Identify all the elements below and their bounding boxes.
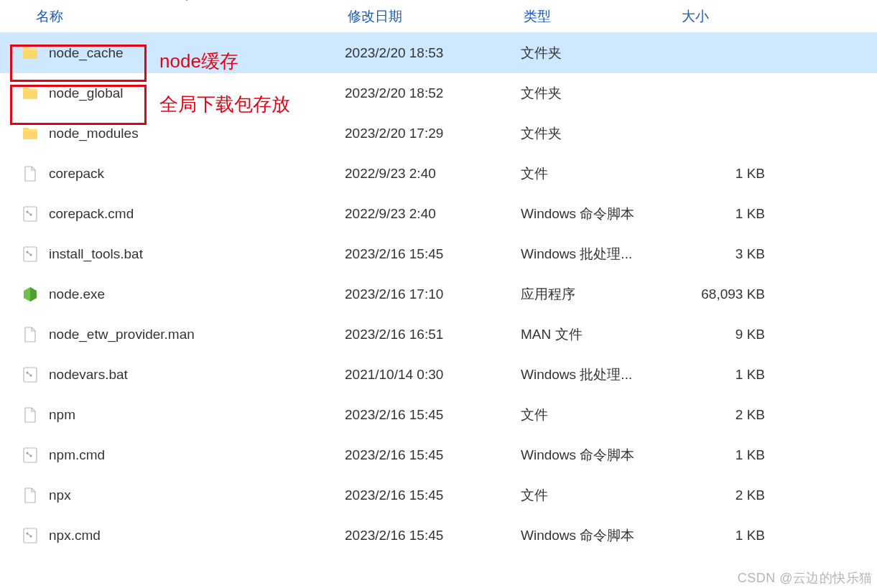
file-size: 3 KB: [679, 246, 778, 262]
name-cell: npx: [0, 487, 345, 504]
folder-icon: [22, 45, 39, 62]
file-type: 应用程序: [521, 285, 679, 304]
file-type: Windows 命令脚本: [521, 526, 679, 545]
script-icon: [22, 447, 39, 464]
name-cell: node_cache: [0, 45, 345, 62]
file-row[interactable]: npx2023/2/16 15:45文件2 KB: [0, 475, 877, 515]
svg-point-4: [26, 251, 28, 253]
node-icon: [22, 286, 39, 303]
file-row[interactable]: node.exe2023/2/16 17:10应用程序68,093 KB: [0, 274, 877, 314]
file-type: 文件夹: [521, 44, 679, 62]
file-size: 2 KB: [679, 407, 778, 423]
file-date: 2023/2/16 17:10: [345, 286, 521, 302]
file-date: 2022/9/23 2:40: [345, 166, 521, 182]
file-row[interactable]: node_cache2023/2/20 18:53文件夹: [0, 33, 877, 73]
file-row[interactable]: install_tools.bat2023/2/16 15:45Windows …: [0, 234, 877, 274]
file-size: 9 KB: [679, 327, 778, 342]
column-header-size[interactable]: 大小: [679, 7, 778, 26]
file-size: 1 KB: [679, 206, 778, 222]
file-icon: [22, 326, 39, 343]
folder-icon: [22, 125, 39, 142]
name-cell: corepack.cmd: [0, 205, 345, 223]
file-type: Windows 命令脚本: [521, 205, 679, 223]
file-type: 文件: [521, 406, 679, 424]
file-row[interactable]: node_global2023/2/20 18:52文件夹: [0, 73, 877, 113]
file-row[interactable]: corepack.cmd2022/9/23 2:40Windows 命令脚本1 …: [0, 194, 877, 234]
file-type: Windows 批处理...: [521, 245, 679, 263]
file-date: 2023/2/20 18:53: [345, 45, 521, 61]
name-cell: npm.cmd: [0, 447, 345, 464]
svg-point-14: [29, 535, 32, 537]
file-type: MAN 文件: [521, 325, 679, 344]
folder-icon: [22, 85, 39, 102]
file-icon: [22, 165, 39, 182]
file-size: 1 KB: [679, 447, 778, 463]
file-row[interactable]: npx.cmd2023/2/16 15:45Windows 命令脚本1 KB: [0, 515, 877, 556]
file-date: 2023/2/16 15:45: [345, 447, 521, 463]
file-name: npx: [49, 487, 71, 503]
file-icon: [22, 406, 39, 424]
node-icon: [22, 286, 39, 303]
name-cell: node.exe: [0, 286, 345, 303]
file-name: node_global: [49, 85, 124, 101]
script-icon: [22, 366, 39, 383]
script-icon: [22, 527, 39, 544]
file-type: 文件夹: [521, 124, 679, 143]
file-size: 68,093 KB: [679, 286, 778, 302]
file-type: Windows 批处理...: [521, 365, 679, 384]
file-row[interactable]: node_etw_provider.man2023/2/16 16:51MAN …: [0, 314, 877, 355]
file-name: node_cache: [49, 45, 124, 61]
svg-point-13: [26, 532, 28, 534]
file-list: node_cache2023/2/20 18:53文件夹node_global2…: [0, 33, 877, 556]
script-icon: [22, 246, 39, 263]
file-size: 2 KB: [679, 487, 778, 503]
script-icon: [22, 447, 39, 464]
name-cell: node_modules: [0, 125, 345, 142]
name-cell: npm: [0, 406, 345, 424]
column-header-row: ˇ 名称 修改日期 类型 大小: [0, 0, 877, 33]
file-icon: [22, 487, 39, 504]
file-date: 2023/2/16 15:45: [345, 528, 521, 543]
svg-point-2: [29, 213, 32, 215]
sort-indicator-icon: ˇ: [185, 0, 188, 9]
script-icon: [22, 246, 39, 263]
folder-icon: [22, 85, 39, 102]
file-name: corepack: [49, 166, 104, 182]
column-header-name[interactable]: 名称: [0, 7, 345, 26]
svg-point-1: [26, 210, 28, 213]
file-date: 2023/2/16 15:45: [345, 407, 521, 423]
file-name: nodevars.bat: [49, 367, 128, 383]
file-date: 2021/10/14 0:30: [345, 367, 521, 383]
name-cell: corepack: [0, 165, 345, 182]
column-header-date[interactable]: 修改日期: [345, 7, 521, 26]
name-cell: nodevars.bat: [0, 366, 345, 383]
column-header-type[interactable]: 类型: [521, 7, 679, 26]
file-size: 1 KB: [679, 528, 778, 543]
file-name: corepack.cmd: [49, 206, 134, 222]
name-cell: npx.cmd: [0, 527, 345, 544]
file-date: 2023/2/16 16:51: [345, 327, 521, 342]
file-icon: [22, 165, 39, 182]
svg-point-8: [29, 374, 32, 376]
svg-point-11: [29, 454, 32, 457]
file-row[interactable]: npm2023/2/16 15:45文件2 KB: [0, 395, 877, 435]
file-name: npx.cmd: [49, 528, 101, 543]
file-type: 文件: [521, 486, 679, 505]
script-icon: [22, 366, 39, 383]
file-row[interactable]: corepack2022/9/23 2:40文件1 KB: [0, 154, 877, 194]
file-name: node.exe: [49, 286, 105, 302]
file-row[interactable]: node_modules2023/2/20 17:29文件夹: [0, 113, 877, 154]
file-name: npm.cmd: [49, 447, 105, 463]
file-name: node_modules: [49, 126, 139, 141]
file-row[interactable]: nodevars.bat2021/10/14 0:30Windows 批处理..…: [0, 355, 877, 395]
file-date: 2023/2/20 17:29: [345, 126, 521, 141]
name-cell: install_tools.bat: [0, 246, 345, 263]
file-row[interactable]: npm.cmd2023/2/16 15:45Windows 命令脚本1 KB: [0, 435, 877, 475]
file-icon: [22, 487, 39, 504]
file-type: Windows 命令脚本: [521, 446, 679, 465]
file-type: 文件: [521, 164, 679, 183]
file-icon: [22, 326, 39, 343]
file-size: 1 KB: [679, 367, 778, 383]
script-icon: [22, 205, 39, 223]
file-type: 文件夹: [521, 84, 679, 103]
